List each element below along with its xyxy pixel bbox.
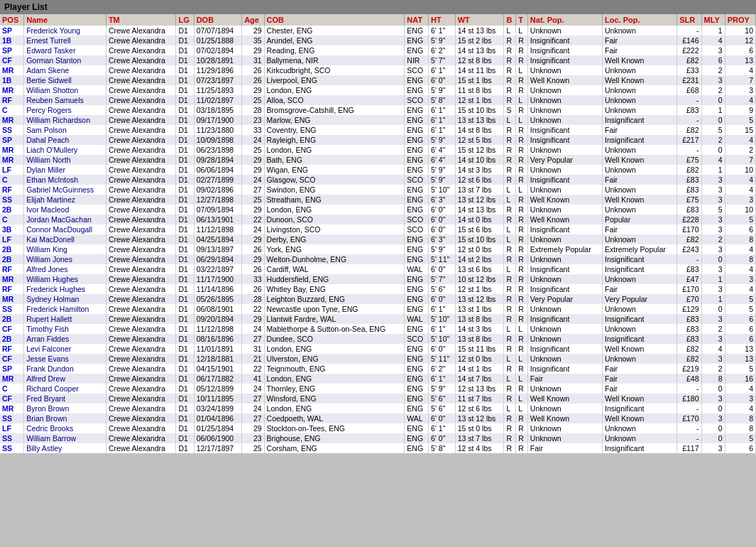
- table-row[interactable]: MRWilliam RichardsonCrewe AlexandraD109/…: [0, 115, 756, 125]
- table-row[interactable]: RFFrederick HughesCrewe AlexandraD111/14…: [0, 284, 756, 294]
- table-row[interactable]: MRSydney HolmanCrewe AlexandraD105/26/18…: [0, 294, 756, 304]
- table-row[interactable]: CEthan McIntoshCrewe AlexandraD102/27/18…: [0, 175, 756, 185]
- cell: Dylan Miller: [24, 165, 106, 175]
- cell: R: [504, 135, 516, 145]
- cell: 2: [701, 135, 725, 145]
- cell: 5' 8": [429, 443, 456, 453]
- table-row[interactable]: MRWilliam ShottonCrewe AlexandraD111/25/…: [0, 85, 756, 95]
- table-row[interactable]: CFTimothy FishCrewe AlexandraD111/12/189…: [0, 324, 756, 334]
- cell: D1: [176, 394, 194, 404]
- cell: 12 st 1 lbs: [455, 95, 504, 105]
- table-row[interactable]: 2BWilliam JonesCrewe AlexandraD106/29/18…: [0, 254, 756, 264]
- table-row[interactable]: 1BBertie SidwellCrewe AlexandraD107/23/1…: [0, 75, 756, 85]
- cell: 13 st 1 lbs: [455, 304, 504, 314]
- col-lg: LG: [176, 14, 194, 26]
- cell: William Shotton: [24, 85, 106, 95]
- table-row[interactable]: MRLiach O'MulleryCrewe AlexandraD106/23/…: [0, 145, 756, 155]
- table-row[interactable]: CFGorman StantonCrewe AlexandraD110/28/1…: [0, 55, 756, 65]
- cell: 27: [242, 394, 264, 404]
- cell: L: [516, 26, 528, 36]
- table-row[interactable]: SSElijah MartinezCrewe AlexandraD112/27/…: [0, 195, 756, 205]
- table-row[interactable]: 2BIvor MacleodCrewe AlexandraD107/09/189…: [0, 205, 756, 215]
- table-row[interactable]: 2BWilliam KingCrewe AlexandraD109/13/189…: [0, 244, 756, 254]
- cell: Reading, ENG: [264, 45, 405, 55]
- col-slr: SLR: [677, 14, 701, 26]
- cell: Unknown: [603, 185, 677, 195]
- cell: R: [504, 294, 516, 304]
- table-row[interactable]: 1BErnest TurrellCrewe AlexandraD101/25/1…: [0, 36, 756, 45]
- table-row[interactable]: 3BConnor MacDougallCrewe AlexandraD111/1…: [0, 224, 756, 234]
- cell: 12 st 4 lbs: [455, 443, 504, 453]
- table-row[interactable]: SSBrian BrownCrewe AlexandraD101/04/1896…: [0, 413, 756, 423]
- cell: R: [504, 175, 516, 185]
- cell: 3: [701, 354, 725, 364]
- table-row[interactable]: RFReuben SamuelsCrewe AlexandraD111/02/1…: [0, 95, 756, 105]
- table-row[interactable]: SPFrank DundonCrewe AlexandraD104/15/190…: [0, 364, 756, 374]
- table-row[interactable]: LFCedric BrooksCrewe AlexandraD101/25/18…: [0, 423, 756, 433]
- table-row[interactable]: MRByron BrownCrewe AlexandraD103/24/1899…: [0, 404, 756, 413]
- table-row[interactable]: 2BArran FiddesCrewe AlexandraD108/16/189…: [0, 334, 756, 344]
- table-row[interactable]: RFAlfred JonesCrewe AlexandraD103/22/189…: [0, 264, 756, 274]
- cell: Unknown: [527, 234, 602, 244]
- cell: 26: [242, 65, 264, 75]
- table-row[interactable]: CJordan MacGachanCrewe AlexandraD106/13/…: [0, 215, 756, 224]
- table-row[interactable]: CPercy RogersCrewe AlexandraD103/18/1895…: [0, 105, 756, 115]
- cell: 12 st 6 lbs: [455, 404, 504, 413]
- col-ht: HT: [429, 14, 456, 26]
- cell: 5' 9": [429, 165, 456, 175]
- table-row[interactable]: SPFrederick YoungCrewe AlexandraD107/07/…: [0, 26, 756, 36]
- cell: 3: [725, 195, 755, 205]
- cell: £83: [677, 324, 701, 334]
- cell: ENG: [405, 394, 429, 404]
- cell: 12 st 5 lbs: [455, 135, 504, 145]
- cell: 29: [242, 26, 264, 36]
- table-row[interactable]: MRWilliam NorthCrewe AlexandraD109/28/18…: [0, 155, 756, 165]
- cell: R: [504, 36, 516, 45]
- table-row[interactable]: SPDahal PeachCrewe AlexandraD110/09/1898…: [0, 135, 756, 145]
- cell: 3: [701, 185, 725, 195]
- table-row[interactable]: 2BRupert HallettCrewe AlexandraD109/20/1…: [0, 314, 756, 324]
- cell: Llantwit Fardre, WAL: [264, 314, 405, 324]
- table-row[interactable]: LFDylan MillerCrewe AlexandraD106/06/189…: [0, 165, 756, 175]
- table-row[interactable]: MRAlfred DrewCrewe AlexandraD106/17/1882…: [0, 374, 756, 384]
- cell: R: [516, 205, 528, 215]
- cell: 6' 0": [429, 215, 456, 224]
- table-row[interactable]: RFLevi FalconerCrewe AlexandraD111/01/18…: [0, 344, 756, 354]
- table-row[interactable]: CFJesse EvansCrewe AlexandraD112/18/1881…: [0, 354, 756, 364]
- table-row[interactable]: MRAdam SkeneCrewe AlexandraD111/29/18962…: [0, 65, 756, 75]
- table-row[interactable]: SSSam PolsonCrewe AlexandraD111/23/18803…: [0, 125, 756, 135]
- cell: RF: [0, 284, 24, 294]
- cell: 24: [242, 175, 264, 185]
- table-row[interactable]: CFFred BryantCrewe AlexandraD110/11/1895…: [0, 394, 756, 404]
- cell: D1: [176, 165, 194, 175]
- cell: 13 st 8 lbs: [455, 334, 504, 344]
- cell: Insignificant: [527, 264, 602, 274]
- cell: SP: [0, 135, 24, 145]
- cell: Crewe Alexandra: [106, 75, 176, 85]
- cell: 8: [725, 413, 755, 423]
- table-row[interactable]: SSBilly AstleyCrewe AlexandraD112/17/189…: [0, 443, 756, 453]
- cell: R: [504, 274, 516, 284]
- cell: 5: [725, 304, 755, 314]
- table-row[interactable]: SPEdward TaskerCrewe AlexandraD107/02/18…: [0, 45, 756, 55]
- table-row[interactable]: LFKai MacDonellCrewe AlexandraD104/25/18…: [0, 234, 756, 244]
- cell: 14 st 11 lbs: [455, 65, 504, 75]
- table-row[interactable]: MRWilliam HughesCrewe AlexandraD111/17/1…: [0, 274, 756, 284]
- cell: ENG: [405, 433, 429, 443]
- cell: Fair: [603, 384, 677, 394]
- table-row[interactable]: SSFrederick HamiltonCrewe AlexandraD106/…: [0, 304, 756, 314]
- table-row[interactable]: SSWilliam BarrowCrewe AlexandraD106/06/1…: [0, 433, 756, 443]
- cell: Crewe Alexandra: [106, 205, 176, 215]
- cell: £83: [677, 314, 701, 324]
- cell: R: [504, 55, 516, 65]
- cell: Mablethorpe & Sutton-on-Sea, ENG: [264, 324, 405, 334]
- table-row[interactable]: RFGabriel McGuinnessCrewe AlexandraD109/…: [0, 185, 756, 195]
- cell: Jesse Evans: [24, 354, 106, 364]
- cell: R: [504, 75, 516, 85]
- cell: 14 st 3 lbs: [455, 324, 504, 334]
- table-row[interactable]: CRichard CooperCrewe AlexandraD105/12/18…: [0, 384, 756, 394]
- col-mly: MLY: [701, 14, 725, 26]
- cell: 11/12/1898: [194, 324, 241, 334]
- cell: 6: [725, 224, 755, 234]
- cell: Leighton Buzzard, ENG: [264, 294, 405, 304]
